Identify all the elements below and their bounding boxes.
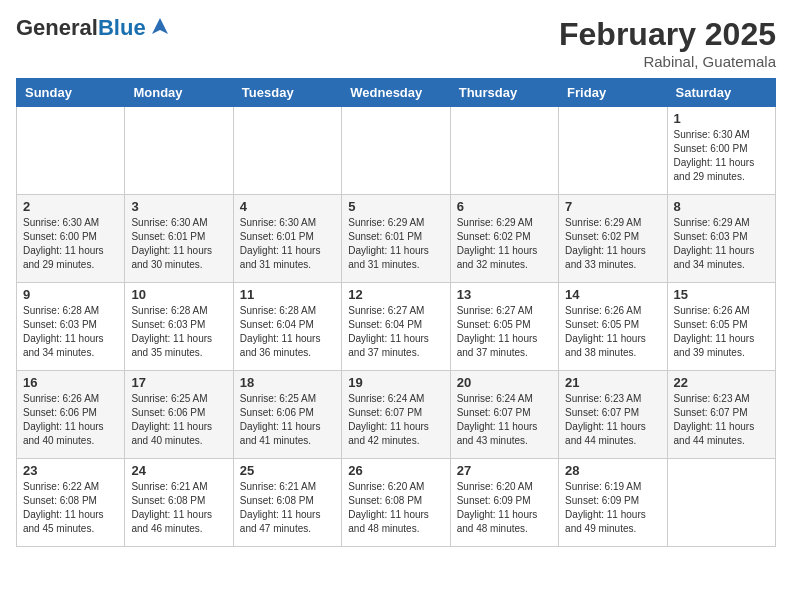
day-info: Sunrise: 6:22 AM Sunset: 6:08 PM Dayligh… (23, 480, 118, 536)
day-info: Sunrise: 6:27 AM Sunset: 6:04 PM Dayligh… (348, 304, 443, 360)
calendar-cell: 24Sunrise: 6:21 AM Sunset: 6:08 PM Dayli… (125, 459, 233, 547)
day-info: Sunrise: 6:30 AM Sunset: 6:01 PM Dayligh… (240, 216, 335, 272)
calendar-weekday-friday: Friday (559, 79, 667, 107)
day-info: Sunrise: 6:25 AM Sunset: 6:06 PM Dayligh… (131, 392, 226, 448)
calendar-cell: 21Sunrise: 6:23 AM Sunset: 6:07 PM Dayli… (559, 371, 667, 459)
day-number: 2 (23, 199, 118, 214)
calendar-cell (342, 107, 450, 195)
day-number: 28 (565, 463, 660, 478)
calendar-table: SundayMondayTuesdayWednesdayThursdayFrid… (16, 78, 776, 547)
calendar-weekday-tuesday: Tuesday (233, 79, 341, 107)
calendar-weekday-sunday: Sunday (17, 79, 125, 107)
calendar-header-row: SundayMondayTuesdayWednesdayThursdayFrid… (17, 79, 776, 107)
day-info: Sunrise: 6:21 AM Sunset: 6:08 PM Dayligh… (240, 480, 335, 536)
calendar-cell: 9Sunrise: 6:28 AM Sunset: 6:03 PM Daylig… (17, 283, 125, 371)
day-number: 11 (240, 287, 335, 302)
day-info: Sunrise: 6:28 AM Sunset: 6:03 PM Dayligh… (23, 304, 118, 360)
calendar-cell: 15Sunrise: 6:26 AM Sunset: 6:05 PM Dayli… (667, 283, 775, 371)
calendar-week-row: 1Sunrise: 6:30 AM Sunset: 6:00 PM Daylig… (17, 107, 776, 195)
day-info: Sunrise: 6:28 AM Sunset: 6:04 PM Dayligh… (240, 304, 335, 360)
calendar-cell: 2Sunrise: 6:30 AM Sunset: 6:00 PM Daylig… (17, 195, 125, 283)
day-number: 21 (565, 375, 660, 390)
day-number: 23 (23, 463, 118, 478)
day-info: Sunrise: 6:24 AM Sunset: 6:07 PM Dayligh… (348, 392, 443, 448)
calendar-cell (233, 107, 341, 195)
day-number: 4 (240, 199, 335, 214)
day-number: 15 (674, 287, 769, 302)
day-number: 16 (23, 375, 118, 390)
calendar-cell: 12Sunrise: 6:27 AM Sunset: 6:04 PM Dayli… (342, 283, 450, 371)
calendar-cell: 17Sunrise: 6:25 AM Sunset: 6:06 PM Dayli… (125, 371, 233, 459)
day-info: Sunrise: 6:29 AM Sunset: 6:02 PM Dayligh… (565, 216, 660, 272)
calendar-cell (125, 107, 233, 195)
calendar-cell: 10Sunrise: 6:28 AM Sunset: 6:03 PM Dayli… (125, 283, 233, 371)
calendar-week-row: 2Sunrise: 6:30 AM Sunset: 6:00 PM Daylig… (17, 195, 776, 283)
day-number: 3 (131, 199, 226, 214)
day-number: 27 (457, 463, 552, 478)
calendar-cell: 16Sunrise: 6:26 AM Sunset: 6:06 PM Dayli… (17, 371, 125, 459)
calendar-cell: 26Sunrise: 6:20 AM Sunset: 6:08 PM Dayli… (342, 459, 450, 547)
calendar-cell: 13Sunrise: 6:27 AM Sunset: 6:05 PM Dayli… (450, 283, 558, 371)
calendar-weekday-wednesday: Wednesday (342, 79, 450, 107)
calendar-cell: 20Sunrise: 6:24 AM Sunset: 6:07 PM Dayli… (450, 371, 558, 459)
calendar-week-row: 16Sunrise: 6:26 AM Sunset: 6:06 PM Dayli… (17, 371, 776, 459)
day-info: Sunrise: 6:30 AM Sunset: 6:01 PM Dayligh… (131, 216, 226, 272)
day-number: 25 (240, 463, 335, 478)
calendar-cell: 22Sunrise: 6:23 AM Sunset: 6:07 PM Dayli… (667, 371, 775, 459)
day-number: 20 (457, 375, 552, 390)
logo-general-text: General (16, 15, 98, 40)
calendar-weekday-saturday: Saturday (667, 79, 775, 107)
calendar-cell: 14Sunrise: 6:26 AM Sunset: 6:05 PM Dayli… (559, 283, 667, 371)
day-info: Sunrise: 6:29 AM Sunset: 6:01 PM Dayligh… (348, 216, 443, 272)
day-info: Sunrise: 6:23 AM Sunset: 6:07 PM Dayligh… (674, 392, 769, 448)
day-info: Sunrise: 6:29 AM Sunset: 6:03 PM Dayligh… (674, 216, 769, 272)
day-number: 17 (131, 375, 226, 390)
day-number: 13 (457, 287, 552, 302)
calendar-cell: 6Sunrise: 6:29 AM Sunset: 6:02 PM Daylig… (450, 195, 558, 283)
calendar-cell: 23Sunrise: 6:22 AM Sunset: 6:08 PM Dayli… (17, 459, 125, 547)
calendar-cell: 11Sunrise: 6:28 AM Sunset: 6:04 PM Dayli… (233, 283, 341, 371)
month-title: February 2025 (559, 16, 776, 53)
day-number: 24 (131, 463, 226, 478)
day-info: Sunrise: 6:21 AM Sunset: 6:08 PM Dayligh… (131, 480, 226, 536)
day-info: Sunrise: 6:20 AM Sunset: 6:09 PM Dayligh… (457, 480, 552, 536)
page-header: GeneralBlue February 2025 Rabinal, Guate… (16, 16, 776, 70)
calendar-cell: 25Sunrise: 6:21 AM Sunset: 6:08 PM Dayli… (233, 459, 341, 547)
day-info: Sunrise: 6:23 AM Sunset: 6:07 PM Dayligh… (565, 392, 660, 448)
day-number: 10 (131, 287, 226, 302)
day-number: 7 (565, 199, 660, 214)
calendar-cell: 3Sunrise: 6:30 AM Sunset: 6:01 PM Daylig… (125, 195, 233, 283)
day-info: Sunrise: 6:26 AM Sunset: 6:06 PM Dayligh… (23, 392, 118, 448)
calendar-cell: 5Sunrise: 6:29 AM Sunset: 6:01 PM Daylig… (342, 195, 450, 283)
calendar-cell: 19Sunrise: 6:24 AM Sunset: 6:07 PM Dayli… (342, 371, 450, 459)
logo: GeneralBlue (16, 16, 172, 40)
calendar-weekday-monday: Monday (125, 79, 233, 107)
logo-icon (148, 16, 172, 40)
calendar-cell (559, 107, 667, 195)
day-number: 22 (674, 375, 769, 390)
day-number: 5 (348, 199, 443, 214)
day-info: Sunrise: 6:25 AM Sunset: 6:06 PM Dayligh… (240, 392, 335, 448)
day-number: 1 (674, 111, 769, 126)
location-text: Rabinal, Guatemala (559, 53, 776, 70)
title-block: February 2025 Rabinal, Guatemala (559, 16, 776, 70)
calendar-cell: 4Sunrise: 6:30 AM Sunset: 6:01 PM Daylig… (233, 195, 341, 283)
day-info: Sunrise: 6:30 AM Sunset: 6:00 PM Dayligh… (674, 128, 769, 184)
day-number: 8 (674, 199, 769, 214)
calendar-week-row: 23Sunrise: 6:22 AM Sunset: 6:08 PM Dayli… (17, 459, 776, 547)
day-info: Sunrise: 6:30 AM Sunset: 6:00 PM Dayligh… (23, 216, 118, 272)
day-info: Sunrise: 6:19 AM Sunset: 6:09 PM Dayligh… (565, 480, 660, 536)
day-info: Sunrise: 6:20 AM Sunset: 6:08 PM Dayligh… (348, 480, 443, 536)
day-info: Sunrise: 6:26 AM Sunset: 6:05 PM Dayligh… (674, 304, 769, 360)
day-number: 6 (457, 199, 552, 214)
day-number: 18 (240, 375, 335, 390)
calendar-cell: 8Sunrise: 6:29 AM Sunset: 6:03 PM Daylig… (667, 195, 775, 283)
logo-blue-text: Blue (98, 15, 146, 40)
calendar-weekday-thursday: Thursday (450, 79, 558, 107)
day-number: 14 (565, 287, 660, 302)
calendar-cell (17, 107, 125, 195)
calendar-cell: 27Sunrise: 6:20 AM Sunset: 6:09 PM Dayli… (450, 459, 558, 547)
calendar-week-row: 9Sunrise: 6:28 AM Sunset: 6:03 PM Daylig… (17, 283, 776, 371)
day-info: Sunrise: 6:28 AM Sunset: 6:03 PM Dayligh… (131, 304, 226, 360)
calendar-cell: 18Sunrise: 6:25 AM Sunset: 6:06 PM Dayli… (233, 371, 341, 459)
